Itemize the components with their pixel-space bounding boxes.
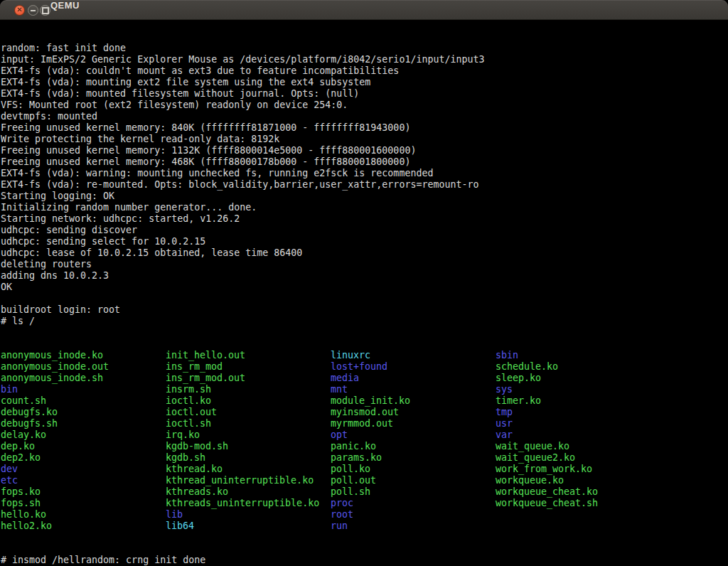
file-entry: anonymous_inode.sh: [1, 373, 166, 384]
file-entry: hello.ko: [1, 509, 166, 520]
file-entry: ioctl.out: [166, 407, 331, 418]
file-entry: delay.ko: [1, 429, 166, 441]
ls-row: dep.kokgdb-mod.shpanic.kowait_queue.ko: [1, 441, 728, 452]
ls-row: debugfs.shioctl.shmyrmmod.outusr: [1, 418, 728, 429]
file-entry: lost+found: [331, 361, 496, 373]
ls-row: fops.shkthreads_uninterruptible.koprocwo…: [1, 498, 728, 509]
file-entry: poll.ko: [331, 464, 496, 475]
file-entry: var: [496, 429, 660, 441]
ls-row: debugfs.koioctl.outmyinsmod.outtmp: [1, 407, 728, 418]
file-entry: ins_rm_mod: [166, 361, 331, 373]
terminal-line: EXT4-fs (vda): warning: mounting uncheck…: [1, 168, 728, 179]
file-entry: linuxrc: [331, 350, 496, 361]
file-entry: poll.out: [331, 475, 496, 486]
file-entry: myrmmod.out: [331, 418, 496, 429]
boot-log: random: fast init doneinput: ImExPS/2 Ge…: [1, 43, 728, 327]
file-entry: hello2.ko: [1, 520, 166, 532]
terminal-line: Starting logging: OK: [1, 191, 728, 202]
file-entry: usr: [496, 418, 660, 429]
ls-row: anonymous_inode.outins_rm_modlost+founds…: [1, 361, 728, 373]
terminal-line: udhcpc: sending discover: [1, 225, 728, 236]
terminal-line: Write protecting the kernel read-only da…: [1, 134, 728, 145]
terminal-line: VFS: Mounted root (ext2 filesystem) read…: [1, 100, 728, 111]
file-entry: debugfs.sh: [1, 418, 166, 429]
ls-row: count.shioctl.komodule_init.kotimer.ko: [1, 395, 728, 407]
minimize-button[interactable]: [28, 5, 38, 16]
file-entry: kthread_uninterruptible.ko: [166, 475, 331, 486]
terminal-line: EXT4-fs (vda): re-mounted. Opts: block_v…: [1, 179, 728, 191]
file-entry: ioctl.sh: [166, 418, 331, 429]
ls-row: hello2.kolib64run: [1, 520, 728, 532]
file-entry: irq.ko: [166, 429, 331, 441]
file-entry: sys: [496, 384, 660, 395]
file-entry: bin: [1, 384, 166, 395]
ls-row: anonymous_inode.koinit_hello.outlinuxrcs…: [1, 350, 728, 361]
file-entry: count.sh: [1, 395, 166, 407]
maximize-button[interactable]: [40, 5, 50, 16]
maximize-icon: [42, 7, 49, 14]
qemu-window: ✕ QEMU random: fast init doneinput: ImEx…: [0, 0, 728, 566]
close-button[interactable]: ✕: [14, 5, 25, 16]
terminal-line: EXT4-fs (vda): mounting ext2 file system…: [1, 77, 728, 88]
file-entry: params.ko: [331, 452, 496, 464]
file-entry: wait_queue.ko: [496, 441, 660, 452]
file-entry: dev: [1, 464, 166, 475]
file-entry: proc: [331, 498, 496, 509]
ls-row: etckthread_uninterruptible.kopoll.outwor…: [1, 475, 728, 486]
file-entry: schedule.ko: [496, 361, 660, 373]
file-entry: myinsmod.out: [331, 407, 496, 418]
file-entry: work_from_work.ko: [496, 464, 660, 475]
minimize-icon: [31, 10, 36, 11]
command-log: # insmod /hellrandom: crng init done# in…: [1, 555, 728, 566]
titlebar[interactable]: ✕ QEMU: [0, 0, 728, 20]
terminal-line: udhcpc: lease of 10.0.2.15 obtained, lea…: [1, 247, 728, 259]
ls-row: delay.koirq.kooptvar: [1, 429, 728, 441]
ls-row: fops.kokthreads.kopoll.shworkqueue_cheat…: [1, 486, 728, 498]
file-entry: panic.ko: [331, 441, 496, 452]
ls-output: anonymous_inode.koinit_hello.outlinuxrcs…: [1, 350, 728, 532]
terminal-line: # ls /: [1, 316, 728, 327]
file-entry: lib: [166, 509, 331, 520]
file-entry: poll.sh: [331, 486, 496, 498]
file-entry: run: [331, 520, 496, 532]
file-entry: fops.ko: [1, 486, 166, 498]
file-entry: opt: [331, 429, 496, 441]
terminal-line: Freeing unused kernel memory: 840K (ffff…: [1, 122, 728, 134]
file-entry: workqueue_cheat.ko: [496, 486, 660, 498]
terminal-line: EXT4-fs (vda): mounted filesystem withou…: [1, 88, 728, 100]
file-entry: lib64: [166, 520, 331, 532]
file-entry: media: [331, 373, 496, 384]
ls-row: dep2.kokgdb.shparams.kowait_queue2.ko: [1, 452, 728, 464]
file-entry: insrm.sh: [166, 384, 331, 395]
file-entry: timer.ko: [496, 395, 660, 407]
file-entry: kthreads.ko: [166, 486, 331, 498]
file-entry: debugfs.ko: [1, 407, 166, 418]
file-entry: dep2.ko: [1, 452, 166, 464]
terminal-line: Freeing unused kernel memory: 468K (ffff…: [1, 156, 728, 168]
close-icon: ✕: [16, 6, 22, 14]
file-entry: etc: [1, 475, 166, 486]
file-entry: ins_rm_mod.out: [166, 373, 331, 384]
ls-row: bininsrm.shmntsys: [1, 384, 728, 395]
file-entry: kthread.ko: [166, 464, 331, 475]
ls-row: devkthread.kopoll.kowork_from_work.ko: [1, 464, 728, 475]
terminal-line: Freeing unused kernel memory: 1132K (fff…: [1, 145, 728, 156]
terminal-line: EXT4-fs (vda): couldn't mount as ext3 du…: [1, 65, 728, 77]
ls-row: hello.kolibroot: [1, 509, 728, 520]
file-entry: workqueue.ko: [496, 475, 660, 486]
terminal-line: # insmod /hellrandom: crng init done: [1, 555, 728, 566]
file-entry: anonymous_inode.ko: [1, 350, 166, 361]
file-entry: sbin: [496, 350, 660, 361]
terminal-screen[interactable]: random: fast init doneinput: ImExPS/2 Ge…: [0, 20, 728, 566]
file-entry: wait_queue2.ko: [496, 452, 660, 464]
file-entry: workqueue_cheat.sh: [496, 498, 660, 509]
terminal-line: input: ImExPS/2 Generic Explorer Mouse a…: [1, 54, 728, 65]
file-entry: init_hello.out: [166, 350, 331, 361]
file-entry: ioctl.ko: [166, 395, 331, 407]
file-entry: anonymous_inode.out: [1, 361, 166, 373]
file-entry: root: [331, 509, 496, 520]
file-entry: module_init.ko: [331, 395, 496, 407]
file-entry: kthreads_uninterruptible.ko: [166, 498, 331, 509]
terminal-line: OK: [1, 282, 728, 293]
file-entry: dep.ko: [1, 441, 166, 452]
